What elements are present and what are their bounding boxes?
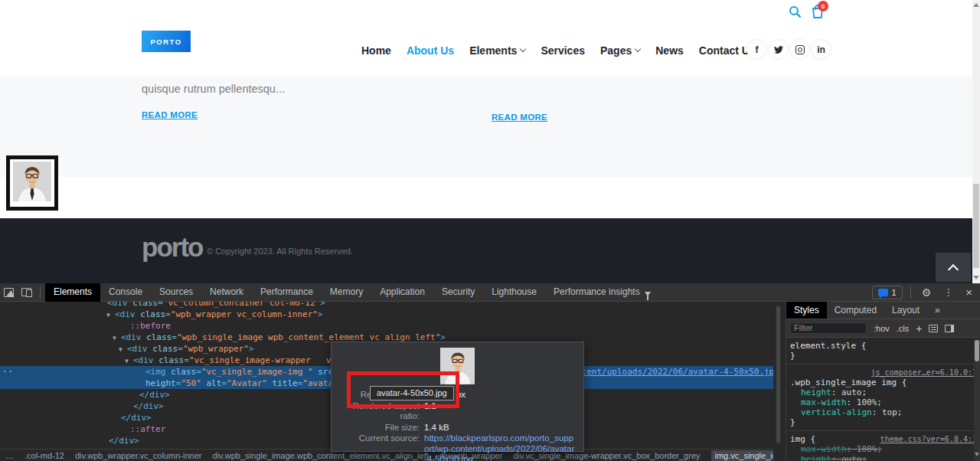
search-icon[interactable]: [789, 5, 802, 21]
code-token: =: [196, 367, 201, 377]
more-options-icon[interactable]: ⋮: [943, 286, 953, 298]
rule-selector[interactable]: img {: [790, 434, 815, 444]
devtools-tab-network[interactable]: Network: [201, 283, 252, 302]
code-token: <div: [133, 355, 158, 365]
expand-arrow-icon[interactable]: ▼: [106, 309, 115, 321]
css-property[interactable]: height: auto;: [790, 387, 977, 397]
toggle-pseudo-state-button[interactable]: :hov: [874, 324, 890, 333]
tree-row[interactable]: ::before: [0, 320, 773, 332]
rule-selector[interactable]: element.style {: [790, 341, 866, 351]
css-property[interactable]: vertical-align: top;: [790, 407, 977, 417]
rule-close-brace: }: [790, 417, 977, 427]
facebook-icon[interactable]: f: [746, 39, 767, 60]
post-excerpt: quisque rutrum pellentesqu...: [142, 83, 285, 95]
nav-item-pages[interactable]: Pages: [600, 44, 640, 57]
expand-arrow-icon[interactable]: ▼: [119, 344, 127, 355]
expand-arrow-icon[interactable]: ▼: [125, 355, 133, 367]
browser-scrollbar-thumb[interactable]: [973, 184, 979, 268]
breadcrumb-item[interactable]: div.wpb_wrapper.vc_column-inner: [75, 451, 202, 460]
devtools-tabs: ElementsConsoleSourcesNetworkPerformance…: [45, 283, 659, 302]
scrollbar-down-arrow-icon[interactable]: [973, 276, 979, 280]
stylesheet-source-link[interactable]: js_composer…er=6.10.0:7: [871, 368, 977, 378]
nav-item-services[interactable]: Services: [541, 44, 585, 57]
styles-tab-layout[interactable]: Layout: [884, 302, 927, 319]
css-property[interactable]: max-width: 100%;: [790, 397, 977, 407]
main-nav: HomeAbout UsElementsServicesPagesNewsCon…: [361, 39, 756, 62]
devtools-tab-application[interactable]: Application: [371, 283, 433, 302]
linkedin-icon[interactable]: in: [811, 39, 831, 60]
divider: [910, 286, 911, 299]
devtools-tab-performance-insights[interactable]: Performance insights: [545, 283, 659, 302]
read-more-link-1[interactable]: READ MORE: [142, 110, 198, 119]
code-token: [201, 378, 207, 388]
code-token: class: [146, 332, 172, 342]
toggle-element-classes-button[interactable]: .cls: [897, 324, 910, 333]
close-devtools-icon[interactable]: ×: [965, 286, 972, 299]
nav-item-home[interactable]: Home: [361, 44, 391, 57]
devtools-tab-security[interactable]: Security: [433, 283, 483, 302]
devtools-tab-label: Console: [109, 283, 142, 301]
code-token: title: [273, 378, 298, 388]
nav-item-label: Pages: [600, 44, 632, 57]
styles-scrollbar-thumb[interactable]: [975, 340, 979, 361]
scrollbar-up-arrow-icon[interactable]: [973, 3, 979, 7]
new-style-rule-icon[interactable]: +: [916, 325, 922, 332]
devtools-tab-console[interactable]: Console: [100, 283, 151, 302]
styles-sidebar: StylesComputedLayout» Filter :hov .cls +…: [786, 302, 980, 461]
property-name: height: [801, 387, 831, 397]
styles-filter-input[interactable]: Filter: [790, 322, 867, 334]
devtools-tab-label: Performance insights: [554, 283, 640, 301]
devtools-tab-elements[interactable]: Elements: [45, 283, 100, 302]
preview-row-value: 1.4 kB: [424, 423, 577, 433]
devtools-tab-lighthouse[interactable]: Lighthouse: [483, 283, 545, 302]
avatar-image-framed[interactable]: [6, 155, 58, 211]
settings-gear-icon[interactable]: ⚙: [922, 286, 932, 299]
devtools-tabbar: ElementsConsoleSourcesNetworkPerformance…: [0, 283, 980, 302]
breadcrumb-item[interactable]: .col-md-12: [24, 451, 64, 460]
chevron-up-icon: [948, 263, 959, 274]
devtools-tab-label: Network: [210, 283, 243, 301]
nav-item-about-us[interactable]: About Us: [407, 44, 454, 57]
devtools-tab-memory[interactable]: Memory: [322, 283, 371, 302]
read-more-link-2[interactable]: READ MORE: [492, 113, 547, 122]
tree-row[interactable]: ▼<div class="wpb_wrapper vc_column-inner…: [0, 309, 773, 320]
devtools-tab-label: Elements: [54, 283, 92, 301]
devtools-tab-label: Performance: [260, 283, 313, 301]
twitter-icon[interactable]: [768, 39, 789, 60]
site-logo[interactable]: PORTO: [142, 31, 191, 52]
rule-selector[interactable]: .wpb_single_image img {: [790, 378, 906, 387]
inspect-element-icon[interactable]: [4, 288, 14, 297]
styles-scrollbar-down-arrow-icon[interactable]: [975, 453, 979, 456]
code-token: alt: [207, 378, 222, 388]
nav-item-elements[interactable]: Elements: [469, 44, 525, 57]
property-value: : 100%;: [847, 397, 882, 407]
issues-button[interactable]: 1: [872, 286, 903, 299]
instagram-icon[interactable]: [789, 39, 810, 60]
devtools-tab-sources[interactable]: Sources: [151, 283, 201, 302]
styles-tab-computed[interactable]: Computed: [827, 302, 884, 319]
breadcrumb-item[interactable]: img.vc_single_image-img.: [711, 450, 774, 461]
stylesheet-source-link[interactable]: theme.css?ver=6.8.4:1: [880, 434, 977, 444]
nav-item-label: About Us: [407, 44, 454, 57]
devtools-tab-performance[interactable]: Performance: [252, 283, 322, 302]
code-token: class: [152, 344, 178, 354]
scroll-to-top-button[interactable]: [936, 253, 971, 282]
css-property[interactable]: height: auto;: [790, 454, 977, 461]
nav-item-news[interactable]: News: [655, 44, 684, 57]
css-rule: js_composer…er=6.10.0:7.wpb_single_image…: [786, 365, 980, 431]
css-property[interactable]: max-width: 100%;: [790, 444, 977, 454]
styles-tab-styles[interactable]: Styles: [786, 302, 827, 319]
code-token: ::before: [130, 321, 171, 331]
red-annotation-rectangle: [347, 371, 459, 408]
rendering-emulation-icon[interactable]: [929, 325, 938, 332]
preview-source-link[interactable]: https://blackpearlspro.com/porto_support…: [424, 433, 577, 461]
expand-arrow-icon[interactable]: ▼: [113, 332, 121, 344]
styles-tab-more[interactable]: »: [927, 302, 948, 319]
device-toolbar-icon[interactable]: [21, 288, 31, 296]
breadcrumb-item[interactable]: …: [5, 451, 14, 460]
tree-scrollbar[interactable]: [776, 305, 781, 445]
code-token: =: [165, 309, 171, 319]
row-more-icon[interactable]: ··: [2, 366, 14, 378]
tree-row[interactable]: <div class="vc_column_container col-md-1…: [0, 302, 773, 309]
computed-sidebar-toggle-icon[interactable]: [945, 325, 954, 332]
